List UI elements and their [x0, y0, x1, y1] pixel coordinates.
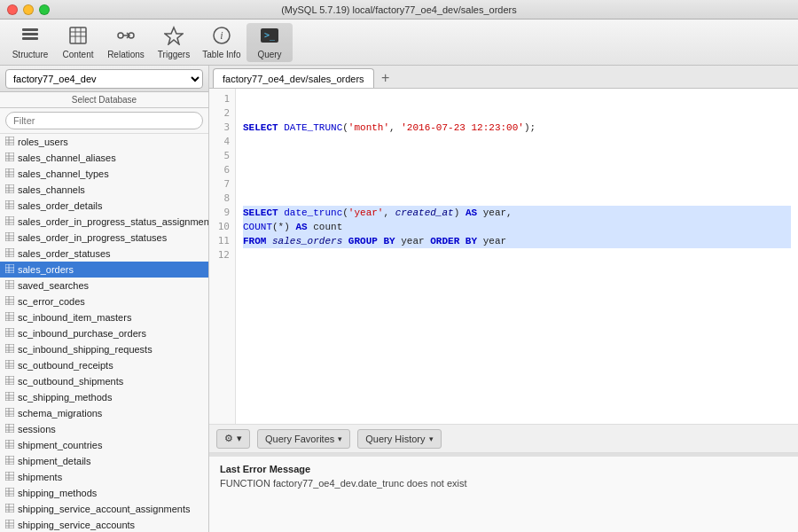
table-icon [5, 472, 14, 482]
line-numbers: 123456789101112 [209, 89, 236, 424]
table-icon [5, 504, 14, 514]
svg-text:i: i [220, 29, 223, 42]
sidebar: factory77_oe4_dev Select Database roles_… [0, 66, 209, 532]
line-number: 8 [209, 192, 235, 206]
database-select[interactable]: factory77_oe4_dev [5, 69, 203, 89]
table-item[interactable]: sales_order_in_progress_status_assignmen… [0, 214, 208, 230]
table-item[interactable]: shipping_service_account_assignments [0, 501, 208, 517]
svg-rect-100 [5, 472, 14, 481]
content-icon [68, 26, 88, 48]
line-number: 9 [209, 206, 235, 220]
table-icon [5, 232, 14, 243]
title-bar: (MySQL 5.7.19) local/factory77_oe4_dev/s… [0, 0, 798, 20]
table-item[interactable]: sales_order_in_progress_statuses [0, 230, 208, 246]
table-item[interactable]: shipping_methods [0, 485, 208, 501]
table-label: sales_order_in_progress_status_assignmen… [18, 216, 208, 227]
structure-label: Structure [12, 50, 49, 59]
content-button[interactable]: Content [55, 23, 101, 62]
table-icon [5, 264, 14, 275]
line-number: 2 [209, 106, 235, 121]
table-label: sales_orders [18, 264, 74, 275]
svg-rect-108 [5, 504, 14, 512]
table-icon [5, 168, 14, 179]
table-icon [5, 488, 14, 498]
svg-rect-0 [22, 28, 38, 31]
table-item[interactable]: schema_migrations [0, 405, 208, 421]
table-list: roles_users sales_channel_aliases sales_… [0, 134, 208, 532]
table-item[interactable]: sc_inbound_shipping_requests [0, 341, 208, 357]
tableinfo-button[interactable]: i Table Info [199, 23, 245, 62]
error-title: Last Error Message [220, 464, 787, 474]
svg-rect-104 [5, 488, 14, 497]
svg-rect-64 [5, 328, 14, 337]
table-item[interactable]: sc_outbound_shipments [0, 373, 208, 389]
table-icon [5, 440, 14, 450]
table-item[interactable]: sc_inbound_item_masters [0, 309, 208, 325]
table-item[interactable]: sales_channels [0, 182, 208, 198]
table-item[interactable]: shipment_details [0, 453, 208, 469]
close-button[interactable] [7, 4, 18, 15]
error-section: Last Error Message FUNCTION factory77_oe… [209, 457, 798, 532]
query-line [243, 92, 791, 106]
query-icon: >_ [260, 26, 279, 48]
structure-icon [20, 26, 40, 48]
svg-rect-48 [5, 264, 14, 273]
query-line [243, 149, 791, 163]
table-item[interactable]: sales_orders [0, 262, 208, 278]
query-favorites-button[interactable]: Query Favorites ▾ [257, 429, 350, 449]
query-editor[interactable]: 123456789101112 SELECT DATE_TRUNC('month… [209, 89, 798, 424]
add-tab-button[interactable]: + [376, 68, 395, 88]
error-message: FUNCTION factory77_oe4_dev.date_trunc do… [220, 478, 787, 489]
triggers-button[interactable]: Triggers [151, 23, 197, 62]
table-item[interactable]: shipping_service_accounts [0, 517, 208, 532]
history-label: Query History [365, 434, 425, 444]
line-number: 12 [209, 248, 235, 262]
query-button[interactable]: >_ Query [246, 23, 293, 62]
table-item[interactable]: sc_inbound_purchase_orders [0, 325, 208, 341]
table-item[interactable]: sessions [0, 421, 208, 437]
structure-button[interactable]: Structure [7, 23, 53, 62]
toolbar-group: Structure Content [7, 23, 293, 62]
table-label: saved_searches [18, 280, 89, 291]
active-tab[interactable]: factory77_oe4_dev/sales_orders [213, 68, 374, 88]
table-label: sc_inbound_item_masters [18, 312, 131, 323]
table-icon [5, 424, 14, 434]
minimize-button[interactable] [23, 4, 34, 15]
maximize-button[interactable] [39, 4, 50, 15]
relations-button[interactable]: Relations [103, 23, 149, 62]
svg-rect-56 [5, 296, 14, 305]
db-selector[interactable]: factory77_oe4_dev [0, 66, 208, 92]
query-content[interactable]: SELECT DATE_TRUNC('month', '2016-07-23 1… [236, 89, 798, 424]
table-label: shipment_countries [18, 440, 102, 450]
table-item[interactable]: sales_channel_aliases [0, 150, 208, 166]
query-line [243, 135, 791, 149]
table-item[interactable]: shipments [0, 469, 208, 485]
table-label: sc_inbound_shipping_requests [18, 344, 153, 355]
svg-rect-28 [5, 184, 14, 193]
query-history-button[interactable]: Query History ▾ [357, 429, 441, 449]
table-icon [5, 216, 14, 227]
table-item[interactable]: shipment_countries [0, 437, 208, 453]
main-layout: factory77_oe4_dev Select Database roles_… [0, 66, 798, 532]
relations-icon [116, 26, 136, 48]
table-label: sc_inbound_purchase_orders [18, 328, 146, 339]
svg-rect-96 [5, 456, 14, 465]
table-item[interactable]: roles_users [0, 134, 208, 150]
table-item[interactable]: saved_searches [0, 278, 208, 293]
favorites-label: Query Favorites [265, 434, 334, 444]
gear-dropdown-icon: ▾ [237, 433, 242, 444]
table-item[interactable]: sc_outbound_receipts [0, 357, 208, 373]
table-icon [5, 520, 14, 530]
window-title: (MySQL 5.7.19) local/factory77_oe4_dev/s… [281, 4, 517, 15]
table-item[interactable]: sc_shipping_methods [0, 389, 208, 405]
filter-input[interactable] [5, 112, 203, 129]
gear-button[interactable]: ⚙ ▾ [216, 429, 250, 449]
svg-rect-20 [5, 153, 14, 161]
toolbar: Structure Content [0, 20, 798, 66]
svg-rect-3 [70, 27, 86, 43]
table-item[interactable]: sales_channel_types [0, 166, 208, 182]
table-item[interactable]: sc_error_codes [0, 293, 208, 309]
table-item[interactable]: sales_order_statuses [0, 246, 208, 262]
svg-rect-80 [5, 392, 14, 401]
table-item[interactable]: sales_order_details [0, 198, 208, 214]
